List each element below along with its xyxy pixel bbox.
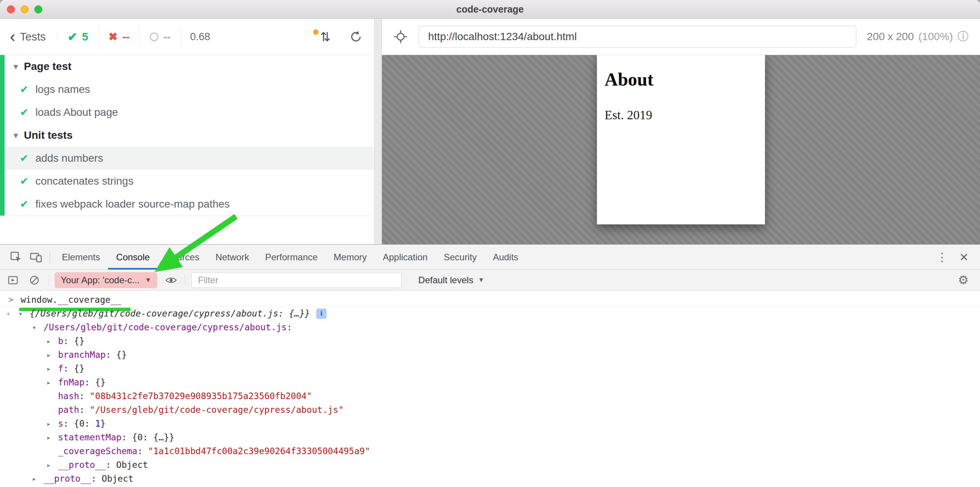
clear-console-icon xyxy=(29,274,40,286)
tab-security[interactable]: Security xyxy=(436,245,485,269)
test-label: loads About page xyxy=(36,106,118,119)
test-item[interactable]: ✔fixes webpack loader source-map pathes xyxy=(5,193,374,216)
console-property-line: ▸branchMap: {} xyxy=(0,348,980,362)
console-sidebar-toggle[interactable] xyxy=(5,274,21,286)
suite-header[interactable]: ▾Page test xyxy=(5,55,374,78)
tab-audits[interactable]: Audits xyxy=(485,245,526,269)
close-window-button[interactable] xyxy=(7,5,15,13)
collapse-icon: ▾ xyxy=(14,62,18,71)
restart-tests-button[interactable] xyxy=(349,30,363,44)
inspect-icon xyxy=(10,251,22,263)
tab-sources[interactable]: Sources xyxy=(158,245,207,269)
token-plain: : {} xyxy=(63,336,84,346)
token-plain: : {} xyxy=(84,377,105,387)
viewport-info-icon[interactable]: ⓘ xyxy=(957,29,969,44)
console-property-line: ▸__proto__: Object xyxy=(0,458,980,472)
test-item[interactable]: ✔adds numbers xyxy=(5,147,374,170)
js-context-selector[interactable]: Your App: 'code-c... ▼ xyxy=(55,272,157,288)
collapse-icon[interactable]: ▾ xyxy=(32,323,44,331)
expand-icon[interactable]: ▸ xyxy=(47,461,58,469)
app-window: code-coverage ‹ Tests ✔ 5 ✖ -- -- 0.68 xyxy=(0,0,980,487)
passed-check-icon: ✔ xyxy=(68,30,78,44)
aut-page-heading: About xyxy=(605,69,757,90)
device-toolbar-icon xyxy=(30,251,42,263)
console-filter-input[interactable] xyxy=(191,273,401,288)
viewport-size: 200 x 200 xyxy=(867,31,914,43)
console-command-text[interactable]: window.__coverage__ xyxy=(21,295,121,305)
token-plain: : xyxy=(287,322,292,332)
aut-header: http://localhost:1234/about.html 200 x 2… xyxy=(382,19,980,55)
url-bar[interactable]: http://localhost:1234/about.html xyxy=(419,26,856,48)
expand-icon[interactable]: ▸ xyxy=(47,433,58,442)
crosshair-icon xyxy=(393,29,408,44)
token-name: fnMap xyxy=(58,377,84,387)
info-icon[interactable]: i xyxy=(316,308,327,319)
test-label: adds numbers xyxy=(36,152,103,164)
aut-preview-area: About Est. 2019 xyxy=(382,55,980,244)
expand-icon[interactable]: ▸ xyxy=(32,475,44,483)
token-name: __proto__ xyxy=(44,474,91,484)
tab-network[interactable]: Network xyxy=(207,245,257,269)
token-plain: {/Users/gleb/git/code-coverage/cypress/a… xyxy=(30,308,310,318)
selector-playground-button[interactable] xyxy=(393,29,408,44)
tab-application[interactable]: Application xyxy=(375,245,435,269)
live-expression-button[interactable] xyxy=(163,274,179,287)
result-arrow-icon: ◀ xyxy=(6,310,10,317)
collapse-icon[interactable]: ▾ xyxy=(18,310,30,318)
failed-stat: ✖ -- xyxy=(99,26,140,47)
state-dot-icon xyxy=(313,29,319,35)
test-item[interactable]: ✔loads About page xyxy=(5,101,374,124)
devtools-tabs: ElementsConsoleSourcesNetworkPerformance… xyxy=(54,245,526,269)
passed-stat: ✔ 5 xyxy=(58,26,99,48)
token-name: hash xyxy=(58,391,79,401)
console-property-line: ▸f: {} xyxy=(0,362,980,375)
inspect-element-button[interactable] xyxy=(6,245,26,269)
titlebar: code-coverage xyxy=(0,0,980,19)
test-label: concatenates strings xyxy=(36,175,134,187)
js-context-label: Your App: 'code-c... xyxy=(61,275,140,286)
console-settings-button[interactable]: ⚙ xyxy=(958,273,975,287)
log-levels-label: Default levels xyxy=(418,275,473,286)
panel-divider[interactable] xyxy=(374,19,382,244)
token-name: branchMap xyxy=(58,350,106,360)
tab-console[interactable]: Console xyxy=(108,245,158,269)
tab-elements[interactable]: Elements xyxy=(54,245,108,269)
url-text: http://localhost:1234/about.html xyxy=(428,31,577,43)
back-to-tests-button[interactable]: ‹ Tests xyxy=(10,30,58,43)
viewport-zoom: (100%) xyxy=(919,31,953,43)
expand-icon[interactable]: ▸ xyxy=(47,365,58,373)
clear-console-button[interactable] xyxy=(27,274,42,286)
devtools-menu-button[interactable]: ⋮ xyxy=(936,250,948,264)
test-item[interactable]: ✔concatenates strings xyxy=(5,170,374,193)
test-item[interactable]: ✔logs names xyxy=(5,78,374,101)
tab-memory[interactable]: Memory xyxy=(326,245,375,269)
token-name: f xyxy=(58,364,63,373)
zoom-window-button[interactable] xyxy=(34,5,42,13)
token-num: 1 xyxy=(95,419,100,429)
failed-count: -- xyxy=(122,31,129,43)
main-area: ‹ Tests ✔ 5 ✖ -- -- 0.68 ⇅ xyxy=(0,19,980,244)
collapse-icon: ▾ xyxy=(14,131,18,140)
expand-icon[interactable]: ▸ xyxy=(47,420,58,428)
tab-performance[interactable]: Performance xyxy=(257,245,325,269)
auto-scroll-toggle[interactable]: ⇅ xyxy=(320,29,331,44)
expand-icon[interactable]: ▸ xyxy=(47,351,58,359)
failed-x-icon: ✖ xyxy=(108,30,118,43)
log-levels-dropdown[interactable]: Default levels ▼ xyxy=(418,275,484,286)
devtools-close-button[interactable]: ✕ xyxy=(959,251,969,264)
refresh-icon xyxy=(349,30,363,44)
test-passed-icon: ✔ xyxy=(20,152,29,164)
token-plain: : xyxy=(79,405,90,415)
expand-icon[interactable]: ▸ xyxy=(47,337,58,345)
chevron-left-icon: ‹ xyxy=(10,30,15,43)
suite-header[interactable]: ▾Unit tests xyxy=(5,124,374,147)
console-property-line: ▾/Users/gleb/git/code-coverage/cypress/a… xyxy=(0,320,980,334)
console-property-line: ▸b: {} xyxy=(0,334,980,348)
console-property-line: ▸s: {0: 1} xyxy=(0,417,980,430)
token-str: "08b431c2fe7b37029e908935b175a23560fb200… xyxy=(90,391,312,401)
test-passed-icon: ✔ xyxy=(20,175,29,187)
device-toolbar-button[interactable] xyxy=(26,245,46,269)
minimize-window-button[interactable] xyxy=(21,5,29,13)
expand-icon[interactable]: ▸ xyxy=(47,378,58,386)
token-plain: } xyxy=(100,419,106,429)
